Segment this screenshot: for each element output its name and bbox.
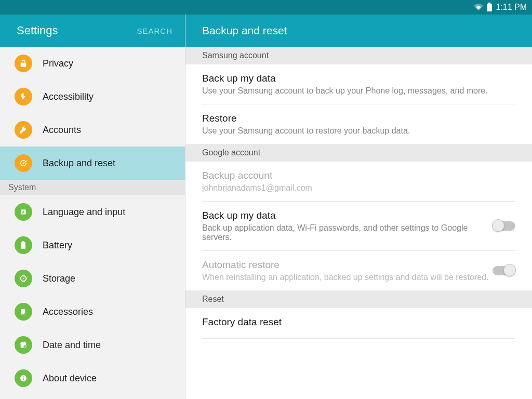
sidebar-item-label: Language and input — [43, 207, 125, 218]
svg-rect-17 — [23, 378, 23, 380]
accessories-icon — [15, 303, 32, 321]
sidebar-item-language-and-input[interactable]: A Language and input — [0, 195, 185, 229]
backup-icon — [15, 154, 32, 172]
row-title: Backup account — [202, 170, 515, 181]
info-icon — [15, 369, 32, 387]
status-bar: 1:11 PM — [0, 0, 532, 15]
search-button[interactable]: SEARCH — [137, 26, 172, 35]
sidebar-item-accessories[interactable]: Accessories — [0, 295, 185, 328]
row-subtitle: Use your Samsung account to restore your… — [202, 126, 515, 136]
svg-point-10 — [24, 313, 25, 314]
svg-text:A: A — [22, 210, 25, 214]
svg-point-18 — [23, 376, 24, 377]
row-title: Back up my data — [202, 73, 515, 84]
language-icon: A — [15, 203, 32, 221]
svg-rect-5 — [21, 242, 25, 249]
sidebar-item-label: Storage — [43, 273, 75, 284]
wifi-icon — [474, 3, 483, 12]
sidebar-item-accessibility[interactable]: Accessibility — [0, 80, 185, 113]
sidebar-group-system: System — [0, 180, 185, 195]
sidebar-item-label: Date and time — [43, 340, 101, 351]
sidebar-title: Settings — [17, 24, 58, 37]
calendar-icon — [15, 336, 32, 354]
sidebar-item-label: Privacy — [43, 58, 73, 69]
svg-point-8 — [23, 278, 24, 280]
section-samsung-account: Samsung account — [185, 47, 532, 64]
lock-icon — [15, 55, 32, 72]
battery-icon — [486, 3, 493, 12]
row-title: Back up my data — [202, 210, 493, 221]
sidebar-item-label: Accessories — [43, 307, 93, 317]
key-icon — [15, 121, 32, 139]
sidebar-item-date-and-time[interactable]: Date and time — [0, 328, 185, 362]
row-samsung-restore[interactable]: Restore Use your Samsung account to rest… — [185, 104, 532, 144]
row-google-backup[interactable]: Back up my data Back up application data… — [185, 202, 532, 250]
svg-rect-14 — [24, 341, 25, 343]
sidebar: Settings SEARCH Privacy Accessibility — [0, 15, 185, 399]
svg-rect-1 — [488, 3, 490, 4]
row-subtitle: Back up application data, Wi-Fi password… — [202, 223, 493, 242]
row-factory-reset[interactable]: Factory data reset — [185, 308, 532, 338]
status-time: 1:11 PM — [496, 3, 527, 12]
sidebar-header: Settings SEARCH — [0, 15, 185, 47]
sidebar-item-privacy[interactable]: Privacy — [0, 47, 185, 80]
row-subtitle: When reinstalling an application, backed… — [202, 273, 493, 282]
section-google-account: Google account — [185, 144, 532, 162]
toggle-google-backup[interactable] — [493, 221, 515, 231]
sidebar-list: Privacy Accessibility Accounts Backup an… — [0, 47, 185, 399]
section-reset: Reset — [185, 290, 532, 308]
sidebar-item-storage[interactable]: Storage — [0, 262, 185, 295]
row-backup-account: Backup account johnbrianadams1@gmail.com — [185, 162, 532, 201]
row-subtitle: Use your Samsung account to back up your… — [202, 86, 515, 96]
svg-point-2 — [23, 163, 24, 164]
svg-rect-0 — [487, 4, 492, 11]
divider — [202, 338, 515, 339]
svg-rect-13 — [22, 341, 22, 343]
sidebar-item-label: Accessibility — [43, 91, 94, 102]
content-pane: Backup and reset Samsung account Back up… — [185, 15, 532, 399]
svg-rect-12 — [21, 342, 26, 344]
page-title: Backup and reset — [202, 24, 287, 37]
sidebar-item-label: Accounts — [43, 125, 81, 136]
sidebar-item-backup-and-reset[interactable]: Backup and reset — [0, 147, 185, 180]
row-title: Factory data reset — [202, 316, 515, 328]
row-subtitle: johnbrianadams1@gmail.com — [202, 183, 515, 193]
row-samsung-backup[interactable]: Back up my data Use your Samsung account… — [185, 64, 532, 104]
row-title: Automatic restore — [202, 259, 493, 271]
sidebar-item-accounts[interactable]: Accounts — [0, 113, 185, 147]
sidebar-item-label: Battery — [43, 240, 72, 251]
hand-icon — [15, 88, 32, 105]
row-title: Restore — [202, 113, 515, 124]
row-automatic-restore: Automatic restore When reinstalling an a… — [185, 251, 532, 290]
content-header: Backup and reset — [185, 15, 532, 47]
sidebar-item-battery[interactable]: Battery — [0, 229, 185, 262]
toggle-automatic-restore — [493, 266, 515, 275]
sidebar-item-label: Backup and reset — [43, 158, 115, 169]
svg-rect-6 — [22, 241, 24, 242]
storage-icon — [15, 270, 32, 287]
sidebar-item-label: About device — [43, 373, 97, 384]
sidebar-item-about-device[interactable]: About device — [0, 362, 185, 395]
battery-icon — [15, 236, 32, 254]
